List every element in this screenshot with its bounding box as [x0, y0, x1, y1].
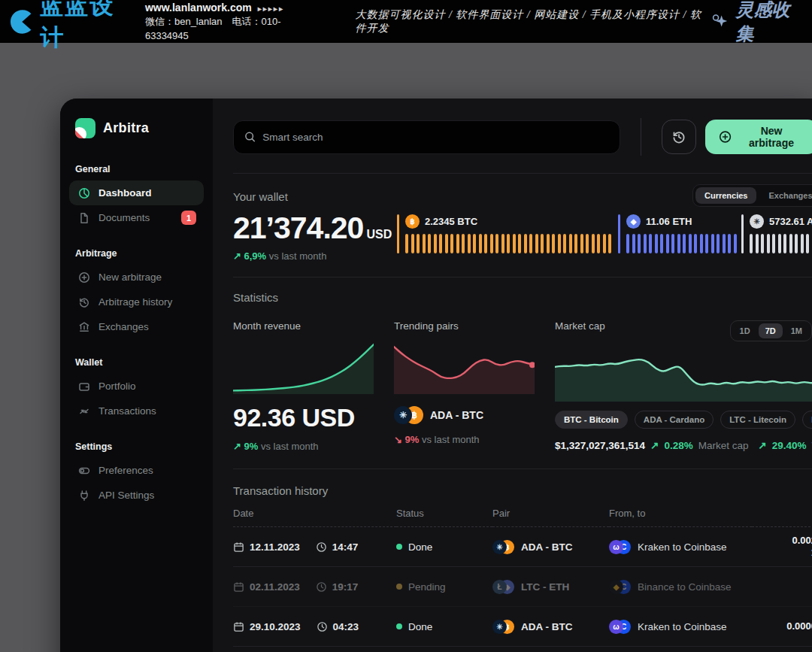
calendar-icon	[233, 621, 244, 632]
range-toggle: 1D 7D 1M	[730, 320, 812, 341]
exchange-icons: ω C	[609, 620, 631, 634]
sidebar-item-label: Arbitrage history	[98, 296, 172, 308]
transaction-history-title: Transaction history	[233, 484, 812, 497]
ada-coin-icon: ✳	[394, 406, 412, 424]
banner-logo: 蓝蓝设计	[9, 0, 133, 53]
sidebar-section-wallet: Wallet	[75, 357, 204, 368]
plug-icon	[78, 490, 90, 502]
month-revenue-value: 92.36 USD	[233, 403, 374, 432]
column-status: Status	[396, 508, 492, 527]
sidebar-item-label: Exchanges	[98, 321, 149, 332]
range-1d[interactable]: 1D	[733, 323, 757, 338]
calendar-icon	[233, 581, 244, 593]
tx-route: Binance to Coinbase	[638, 581, 732, 593]
tx-route: Kraken to Coinbase	[638, 621, 727, 632]
market-cap-value: $1,327,027,361,514	[555, 440, 645, 451]
ltc-coin-icon: Ł	[492, 580, 507, 594]
sidebar: Arbitra General Dashboard Documents 1 Ar…	[60, 99, 213, 652]
up-arrow-icon: ↗	[233, 441, 241, 452]
table-row[interactable]: 29.10.2023 04:23 Done ✳ ฿ ADA - BTC	[233, 607, 812, 647]
market-cap-chart	[555, 343, 812, 402]
eth-rail	[618, 214, 620, 253]
trending-pairs-label: Trending pairs	[394, 320, 535, 338]
market-cap-stats: $1,327,027,361,514 ↗ 0.28% Market cap ↗ …	[555, 439, 812, 451]
range-1m[interactable]: 1M	[784, 323, 809, 338]
new-arbitrage-label: New arbitrage	[738, 125, 804, 149]
status-dot-done	[396, 623, 402, 629]
plus-circle-icon	[78, 271, 90, 284]
column-amount	[752, 508, 812, 527]
toggle-icon	[78, 465, 90, 477]
market-cap-label: Market cap	[555, 320, 605, 338]
sidebar-item-dashboard[interactable]: Dashboard	[69, 180, 204, 205]
tx-time: 14:47	[332, 541, 359, 553]
new-arbitrage-button[interactable]: New arbitrage	[705, 120, 812, 154]
ada-bars	[750, 234, 812, 253]
pair-label: ADA - BTC	[430, 409, 483, 421]
tx-time: 19:17	[332, 581, 359, 593]
sidebar-item-arbitrage-history[interactable]: Arbitrage history	[69, 290, 204, 314]
search-box[interactable]	[233, 120, 620, 154]
pill-ltc[interactable]: LTC - Litecoin	[720, 411, 795, 429]
sidebar-item-api-settings[interactable]: API Settings	[69, 483, 204, 508]
bank-icon	[78, 321, 90, 333]
wallet-currency: USD	[366, 228, 392, 241]
inspiration-collect[interactable]: 灵感收集	[711, 0, 803, 46]
pill-eth[interactable]: ETH - Ethereum	[802, 411, 812, 429]
clock-icon	[316, 581, 327, 593]
pair-coins: ✳ ฿	[394, 406, 423, 424]
coin-pills: BTC - Bitcoin ADA - Cardano LTC - Liteco…	[555, 411, 812, 429]
sidebar-item-exchanges[interactable]: Exchanges	[69, 314, 204, 339]
tx-status: Done	[408, 621, 432, 632]
documents-badge: 1	[181, 211, 196, 225]
plus-circle-icon	[719, 130, 732, 144]
sidebar-item-transactions[interactable]: Transactions	[69, 399, 204, 423]
wallet-view-toggle: Currencies Exchanges	[692, 184, 812, 207]
lanlan-logo-icon	[9, 8, 36, 36]
ada-amount: 5732.61 ADA	[769, 216, 812, 227]
tx-amount: 0.0000	[752, 621, 812, 632]
arbitra-dashboard: Arbitra General Dashboard Documents 1 Ar…	[60, 99, 812, 652]
month-revenue-label: Month revenue	[233, 320, 374, 338]
pie-chart-icon	[78, 187, 90, 199]
search-input[interactable]	[262, 132, 609, 143]
sidebar-item-label: Portfolio	[98, 381, 136, 392]
exchange-icons: ω C	[609, 540, 631, 554]
sidebar-item-label: New arbitrage	[98, 271, 162, 283]
search-icon	[244, 131, 256, 143]
calendar-icon	[233, 541, 244, 553]
toggle-exchanges[interactable]: Exchanges	[759, 187, 812, 204]
sidebar-item-label: API Settings	[98, 490, 154, 501]
transaction-history-section: Transaction history Date Status Pair Fro…	[233, 469, 812, 647]
pill-ada[interactable]: ADA - Cardano	[635, 411, 714, 429]
trending-delta: ↘ 9% vs last month	[394, 434, 535, 445]
tx-date: 29.10.2023	[250, 621, 301, 632]
sidebar-item-label: Dashboard	[98, 187, 152, 199]
banner-url[interactable]: www.lanlanwork.com	[145, 2, 252, 14]
table-row[interactable]: 02.11.2023 19:17 Pending Ł ◆ LTC - ETH	[233, 567, 812, 607]
main-content: New arbitrage Your wallet Currencies Exc…	[213, 99, 812, 652]
sidebar-item-documents[interactable]: Documents 1	[69, 205, 204, 230]
history-clock-icon	[671, 129, 686, 144]
sidebar-item-portfolio[interactable]: Portfolio	[69, 374, 204, 399]
eth-coin-icon: ◆	[626, 214, 641, 229]
topbar-divider	[641, 118, 641, 156]
table-row[interactable]: 12.11.2023 14:47 Done ✳ ฿ ADA - BTC	[233, 527, 812, 567]
toggle-currencies[interactable]: Currencies	[695, 187, 756, 204]
exchange-icons: ◆ C	[609, 580, 631, 594]
pair-coins: ✳ ฿	[492, 540, 514, 554]
range-7d[interactable]: 7D	[759, 323, 783, 338]
ada-coin-icon: ✳	[492, 540, 507, 554]
history-button[interactable]	[662, 120, 696, 154]
banner-services: 大数据可视化设计 / 软件界面设计 / 网站建设 / 手机及小程序设计 / 软件…	[355, 8, 711, 35]
month-revenue-delta: ↗ 9% vs last month	[233, 441, 374, 452]
ada-coin-icon: ✳	[750, 214, 764, 229]
tx-date: 12.11.2023	[250, 541, 300, 553]
sidebar-item-label: Documents	[98, 212, 150, 223]
pill-btc[interactable]: BTC - Bitcoin	[555, 411, 628, 429]
sidebar-item-new-arbitrage[interactable]: New arbitrage	[69, 265, 204, 290]
app-brand: Arbitra	[69, 118, 204, 138]
month-revenue-chart	[233, 340, 374, 394]
sidebar-item-preferences[interactable]: Preferences	[69, 458, 204, 483]
tx-pair: ADA - BTC	[521, 621, 573, 632]
